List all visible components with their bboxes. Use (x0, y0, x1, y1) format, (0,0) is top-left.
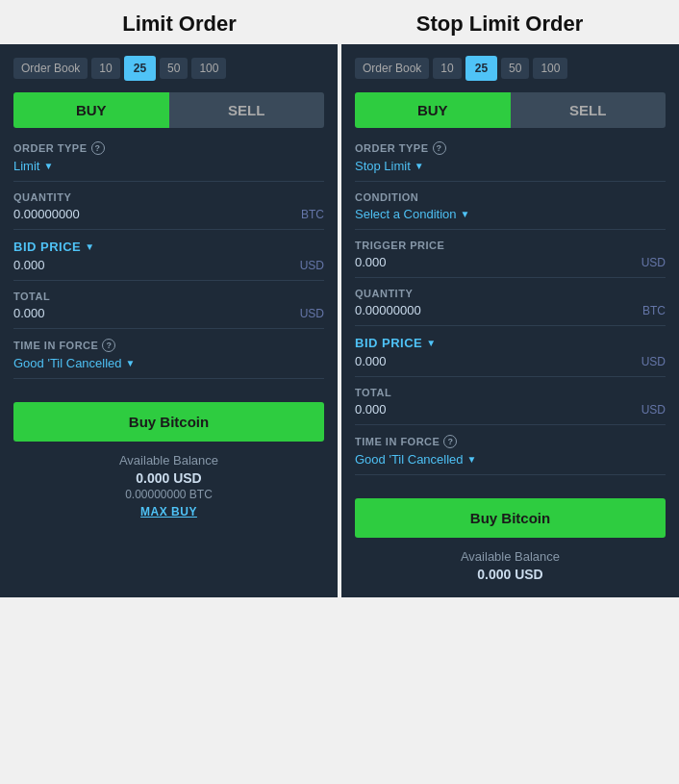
time-in-force-dropdown-left[interactable]: Good 'Til Cancelled ▼ (13, 356, 324, 370)
ob-btn-50-left[interactable]: 50 (160, 58, 188, 79)
trigger-price-unit-right: USD (641, 256, 666, 269)
balance-section-left: Available Balance 0.000 USD 0.00000000 B… (13, 453, 324, 518)
balance-usd-right: 0.000 USD (355, 567, 666, 582)
max-buy-left[interactable]: MAX BUY (13, 505, 324, 518)
balance-btc-left: 0.00000000 BTC (13, 488, 324, 501)
bid-price-arrow-right: ▼ (426, 338, 436, 348)
total-label-right: TOTAL (355, 387, 666, 398)
order-type-dropdown-right[interactable]: Stop Limit ▼ (355, 159, 666, 173)
quantity-value-right[interactable]: 0.00000000 (355, 303, 421, 317)
bid-price-label-right: BID PRICE ▼ (355, 336, 666, 350)
stop-limit-order-panel: Order Book 10 25 50 100 BUY SELL ORDER T… (341, 44, 679, 597)
time-in-force-section-left: TIME IN FORCE ? Good 'Til Cancelled ▼ (13, 339, 324, 379)
time-in-force-dropdown-right[interactable]: Good 'Til Cancelled ▼ (355, 452, 666, 467)
quantity-unit-left: BTC (301, 208, 324, 221)
quantity-section-left: QUANTITY 0.00000000 BTC (13, 191, 324, 230)
quantity-unit-right: BTC (642, 304, 666, 317)
condition-arrow-right: ▼ (461, 209, 470, 219)
order-type-dropdown-left[interactable]: Limit ▼ (13, 159, 324, 173)
buy-button-left[interactable]: BUY (13, 92, 169, 128)
bid-price-section-left: BID PRICE ▼ 0.000 USD (13, 240, 324, 281)
ob-btn-10-right[interactable]: 10 (433, 58, 461, 79)
order-type-arrow-right: ▼ (415, 161, 424, 171)
time-in-force-arrow-right: ▼ (467, 454, 477, 465)
quantity-row-right: 0.00000000 BTC (355, 303, 666, 317)
bid-price-row-right: 0.000 USD (355, 354, 666, 368)
time-in-force-help-right[interactable]: ? (443, 435, 457, 448)
sell-button-left[interactable]: SELL (169, 92, 325, 128)
trigger-price-value-right[interactable]: 0.000 (355, 255, 387, 269)
total-label-left: TOTAL (13, 291, 324, 302)
ob-btn-50-right[interactable]: 50 (501, 58, 529, 79)
bid-price-dropdown-right[interactable]: BID PRICE ▼ (355, 336, 437, 350)
sell-button-right[interactable]: SELL (511, 92, 666, 128)
condition-label-right: CONDITION (355, 191, 666, 203)
right-panel-title: Stop Limit Order (340, 12, 660, 37)
time-in-force-help-left[interactable]: ? (102, 339, 115, 352)
order-book-row-left: Order Book 10 25 50 100 (13, 56, 324, 81)
order-book-label-right: Order Book (355, 58, 429, 79)
total-value-left: 0.000 (13, 306, 45, 320)
trigger-price-section-right: TRIGGER PRICE 0.000 USD (355, 240, 666, 278)
trigger-price-label-right: TRIGGER PRICE (355, 240, 666, 251)
buy-bitcoin-button-left[interactable]: Buy Bitcoin (13, 402, 324, 442)
bid-price-arrow-left: ▼ (85, 241, 94, 252)
total-section-left: TOTAL 0.000 USD (13, 291, 324, 329)
ob-btn-25-right[interactable]: 25 (465, 56, 497, 81)
quantity-label-left: QUANTITY (13, 191, 324, 203)
bid-price-unit-right: USD (641, 355, 666, 368)
bid-price-unit-left: USD (300, 259, 324, 272)
bid-price-dropdown-left[interactable]: BID PRICE ▼ (13, 240, 95, 254)
trigger-price-row-right: 0.000 USD (355, 255, 666, 269)
quantity-section-right: QUANTITY 0.00000000 BTC (355, 288, 666, 326)
order-type-section-left: ORDER TYPE ? Limit ▼ (13, 141, 324, 182)
total-unit-right: USD (641, 403, 666, 417)
total-section-right: TOTAL 0.000 USD (355, 387, 666, 425)
order-book-row-right: Order Book 10 25 50 100 (355, 56, 666, 81)
quantity-value-left[interactable]: 0.00000000 (13, 207, 80, 221)
buy-sell-row-right: BUY SELL (355, 92, 666, 128)
left-panel-title: Limit Order (19, 12, 340, 37)
order-type-help-right[interactable]: ? (433, 141, 446, 155)
bid-price-value-left[interactable]: 0.000 (13, 258, 45, 272)
time-in-force-label-right: TIME IN FORCE ? (355, 435, 666, 448)
bid-price-section-right: BID PRICE ▼ 0.000 USD (355, 336, 666, 377)
bid-price-value-right[interactable]: 0.000 (355, 354, 387, 368)
quantity-row-left: 0.00000000 BTC (13, 207, 324, 221)
buy-button-right[interactable]: BUY (355, 92, 511, 128)
balance-title-right: Available Balance (355, 549, 666, 564)
quantity-label-right: QUANTITY (355, 288, 666, 299)
total-unit-left: USD (300, 307, 324, 320)
ob-btn-100-left[interactable]: 100 (191, 58, 226, 79)
time-in-force-arrow-left: ▼ (126, 358, 136, 368)
ob-btn-100-right[interactable]: 100 (533, 58, 567, 79)
bid-price-row-left: 0.000 USD (13, 258, 324, 272)
order-type-label-left: ORDER TYPE ? (13, 141, 324, 155)
order-type-help-left[interactable]: ? (91, 141, 105, 155)
time-in-force-label-left: TIME IN FORCE ? (13, 339, 324, 352)
ob-btn-10-left[interactable]: 10 (91, 58, 119, 79)
condition-section-right: CONDITION Select a Condition ▼ (355, 191, 666, 230)
buy-sell-row-left: BUY SELL (13, 92, 324, 128)
balance-title-left: Available Balance (13, 453, 324, 468)
bid-price-label-left: BID PRICE ▼ (13, 240, 324, 254)
time-in-force-section-right: TIME IN FORCE ? Good 'Til Cancelled ▼ (355, 435, 666, 475)
limit-order-panel: Order Book 10 25 50 100 BUY SELL ORDER T… (0, 44, 338, 597)
total-row-right: 0.000 USD (355, 402, 666, 417)
order-book-label-left: Order Book (13, 58, 88, 79)
order-type-arrow-left: ▼ (43, 161, 53, 171)
total-row-left: 0.000 USD (13, 306, 324, 320)
total-value-right: 0.000 (355, 402, 387, 417)
condition-dropdown-right[interactable]: Select a Condition ▼ (355, 207, 666, 221)
balance-usd-left: 0.000 USD (13, 470, 324, 486)
buy-bitcoin-button-right[interactable]: Buy Bitcoin (355, 498, 666, 538)
balance-section-right: Available Balance 0.000 USD (355, 549, 666, 582)
order-type-label-right: ORDER TYPE ? (355, 141, 666, 155)
order-type-section-right: ORDER TYPE ? Stop Limit ▼ (355, 141, 666, 182)
ob-btn-25-left[interactable]: 25 (124, 56, 156, 81)
